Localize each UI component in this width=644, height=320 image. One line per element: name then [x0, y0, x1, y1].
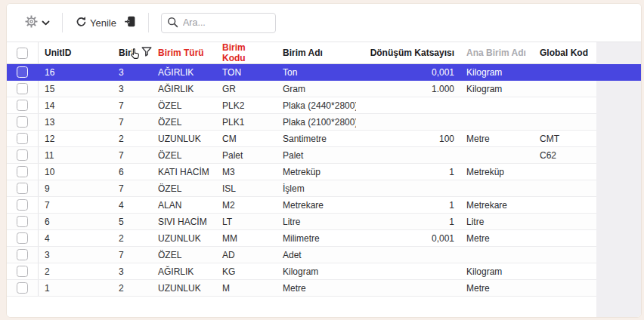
- cell-ana-birim-adi: Metre: [460, 131, 534, 146]
- cell-global-kod: [534, 180, 596, 196]
- cell-birim: 7: [113, 97, 152, 113]
- cell-ana-birim-adi: Metre: [460, 230, 534, 246]
- column-header-ana-birim-adi[interactable]: Ana Birim Adı: [460, 42, 534, 63]
- column-header-birim-adi[interactable]: Birim Adı: [277, 42, 356, 63]
- table-row[interactable]: 6 5 SIVI HACİM LT Litre 1 Litre: [7, 214, 596, 230]
- cell-donusum-katsayisi: [356, 247, 460, 263]
- cell-donusum-katsayisi: 0,001: [356, 230, 460, 246]
- cell-donusum-katsayisi: 1.000: [356, 81, 460, 97]
- cell-birim-turu: ALAN: [152, 197, 216, 213]
- cell-birim-kodu: TON: [216, 64, 277, 80]
- table-row[interactable]: 14 7 ÖZEL PLK2 Plaka (2440*2800): [7, 97, 596, 114]
- row-checkbox[interactable]: [17, 83, 28, 94]
- column-header-global-kod[interactable]: Global Kod: [534, 42, 596, 63]
- row-checkbox[interactable]: [17, 249, 28, 260]
- cell-unitid: 7: [39, 197, 113, 213]
- toolbar-divider: [148, 13, 149, 32]
- row-checkbox[interactable]: [17, 149, 28, 161]
- table-row[interactable]: 12 2 UZUNLUK CM Santimetre 100 Metre CMT: [7, 131, 596, 147]
- row-checkbox-cell: [7, 114, 39, 130]
- cell-birim: 3: [113, 64, 152, 80]
- row-checkbox-cell: [7, 230, 39, 246]
- table-row[interactable]: 7 4 ALAN M2 Metrekare 1 Metrekare: [7, 197, 596, 214]
- export-file-icon: [124, 15, 136, 30]
- row-checkbox[interactable]: [17, 216, 28, 227]
- column-header-unitid[interactable]: UnitID: [39, 42, 113, 63]
- cell-global-kod: [534, 164, 596, 180]
- row-checkbox[interactable]: [17, 266, 28, 277]
- row-checkbox[interactable]: [17, 282, 28, 294]
- cell-birim-kodu: KG: [216, 263, 277, 279]
- table-row[interactable]: 3 7 ÖZEL AD Adet: [7, 247, 596, 263]
- cell-birim-adi: İşlem: [277, 180, 356, 196]
- cell-birim-turu: UZUNLUK: [152, 131, 216, 146]
- cell-unitid: 14: [39, 97, 113, 113]
- column-header-donusum-katsayisi[interactable]: Dönüşüm Katsayısı: [356, 42, 460, 63]
- row-checkbox-cell: [7, 214, 39, 229]
- refresh-button[interactable]: Yenile: [73, 13, 118, 32]
- table-region: UnitID Birim: [7, 42, 596, 317]
- table-row[interactable]: 9 7 ÖZEL ISL İşlem: [7, 180, 596, 197]
- row-checkbox[interactable]: [17, 66, 28, 78]
- cell-unitid: 1: [39, 280, 113, 296]
- column-header-birim-kodu[interactable]: Birim Kodu: [216, 42, 277, 63]
- row-checkbox-cell: [7, 64, 39, 80]
- cell-donusum-katsayisi: [356, 280, 460, 296]
- cell-unitid: 3: [39, 247, 113, 263]
- table-row[interactable]: 11 7 ÖZEL Palet Palet C62: [7, 147, 596, 164]
- cell-global-kod: [534, 197, 596, 213]
- export-button[interactable]: [122, 12, 138, 33]
- cell-birim-turu: ÖZEL: [152, 97, 216, 113]
- table-row[interactable]: 16 3 AĞIRLIK TON Ton 0,001 Kilogram: [7, 64, 596, 81]
- cell-birim-adi: Gram: [277, 81, 356, 97]
- gear-icon: [25, 15, 38, 30]
- row-checkbox[interactable]: [17, 183, 28, 194]
- cell-birim-kodu: M3: [216, 164, 277, 180]
- cell-ana-birim-adi: Kilogram: [460, 64, 534, 80]
- cell-ana-birim-adi: [460, 180, 534, 196]
- toolbar-divider: [62, 13, 63, 32]
- row-checkbox[interactable]: [17, 166, 28, 177]
- column-header-birim-turu[interactable]: Birim Türü: [152, 42, 216, 63]
- selected-row-extension: [596, 64, 641, 81]
- hand-cursor-icon: [130, 48, 141, 63]
- cell-birim-adi: Santimetre: [277, 131, 356, 146]
- chevron-down-icon: [42, 17, 50, 29]
- table-row[interactable]: 10 6 KATI HACİM M3 Metreküp 1 Metreküp: [7, 164, 596, 180]
- column-label: UnitID: [45, 48, 71, 58]
- row-checkbox[interactable]: [17, 232, 28, 244]
- cell-global-kod: [534, 247, 596, 263]
- row-checkbox-cell: [7, 180, 39, 196]
- cell-birim-turu: ÖZEL: [152, 147, 216, 163]
- table-row[interactable]: 2 3 AĞIRLIK KG Kilogram Kilogram: [7, 263, 596, 280]
- column-label: Birim Adı: [283, 48, 323, 58]
- filter-icon[interactable]: [141, 47, 152, 59]
- column-header-birim[interactable]: Birim: [113, 42, 152, 63]
- cell-birim-kodu: LT: [216, 214, 277, 229]
- table-row[interactable]: 4 2 UZUNLUK MM Milimetre 0,001 Metre: [7, 230, 596, 247]
- row-checkbox-cell: [7, 247, 39, 263]
- select-all-checkbox[interactable]: [17, 48, 28, 59]
- row-checkbox[interactable]: [17, 116, 28, 128]
- grid-toolbar: Yenile: [7, 4, 641, 42]
- cell-global-kod: C62: [534, 147, 596, 163]
- cell-birim-adi: Ton: [277, 64, 356, 80]
- row-checkbox[interactable]: [17, 100, 28, 111]
- cell-birim-kodu: MM: [216, 230, 277, 246]
- cell-unitid: 4: [39, 230, 113, 246]
- cell-global-kod: [534, 97, 596, 113]
- table-row[interactable]: 13 7 ÖZEL PLK1 Plaka (2100*2800): [7, 114, 596, 131]
- cell-birim-adi: Metre: [277, 280, 356, 296]
- row-checkbox[interactable]: [17, 133, 28, 144]
- row-checkbox-cell: [7, 280, 39, 296]
- cell-birim: 3: [113, 81, 152, 97]
- cell-birim-turu: SIVI HACİM: [152, 214, 216, 229]
- cell-ana-birim-adi: Metreküp: [460, 164, 534, 180]
- column-label: Dönüşüm Katsayısı: [370, 48, 454, 58]
- table-row[interactable]: 15 3 AĞIRLIK GR Gram 1.000 Kilogram: [7, 81, 596, 97]
- table-row[interactable]: 1 2 UZUNLUK M Metre Metre: [7, 280, 596, 297]
- search-box: [161, 13, 276, 33]
- row-checkbox[interactable]: [17, 199, 28, 211]
- column-settings-button[interactable]: [23, 12, 51, 33]
- cell-unitid: 16: [39, 64, 113, 80]
